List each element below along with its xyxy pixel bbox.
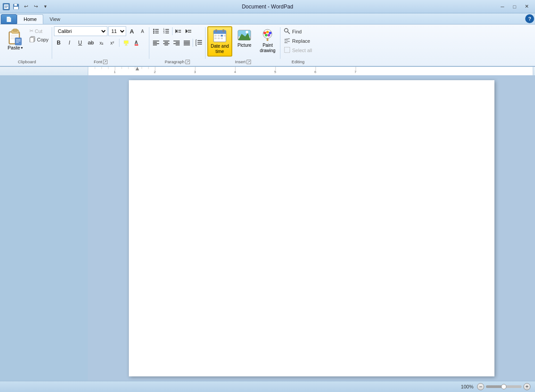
svg-marker-65 (196, 45, 197, 46)
redo-quick-btn[interactable]: ↪ (31, 2, 40, 11)
shrink-font-btn[interactable]: A (138, 26, 148, 36)
title-bar: ↩ ↪ ▾ Document - WordPad ─ □ ✕ (0, 0, 535, 13)
paragraph-content: 1.2.3. (151, 26, 204, 58)
replace-label: Replace (292, 38, 310, 44)
close-btn[interactable]: ✕ (521, 2, 532, 11)
subscript-btn[interactable]: x₂ (97, 38, 107, 48)
align-left-btn[interactable] (151, 38, 161, 48)
decrease-indent-btn[interactable] (173, 26, 183, 36)
tab-view[interactable]: View (43, 14, 66, 24)
replace-button[interactable]: abac Replace (282, 37, 314, 45)
tab-wordpad-menu[interactable]: 📄 (1, 14, 17, 24)
zoom-in-btn[interactable]: + (523, 383, 531, 390)
align-center-btn[interactable] (161, 38, 171, 48)
font-row2: B I U ab x₂ x² A (54, 38, 142, 48)
editing-group: Find abac Replace Select all Editing (280, 25, 316, 66)
font-label: Font ↗ (54, 58, 148, 65)
numbering-btn[interactable]: 1.2.3. (161, 26, 171, 36)
quick-access-dropdown[interactable]: ▾ (41, 2, 50, 11)
zoom-thumb (501, 384, 506, 389)
paragraph-label: Paragraph ↗ (151, 58, 204, 65)
italic-btn[interactable]: I (65, 38, 74, 48)
zoom-percent: 100% (461, 384, 473, 389)
picture-button[interactable]: Picture (233, 26, 255, 49)
status-bar: 100% − + (0, 381, 535, 392)
clipboard-content: Paste ▾ ✂ Cut Copy (4, 26, 50, 58)
copy-button[interactable]: Copy (28, 35, 50, 44)
svg-text:3.: 3. (163, 31, 165, 34)
picture-icon (237, 28, 251, 43)
font-name-selector[interactable]: Calibri (54, 26, 107, 36)
svg-rect-23 (135, 45, 138, 45)
svg-rect-71 (214, 35, 217, 37)
strikethrough-btn[interactable]: ab (86, 38, 96, 48)
svg-line-91 (288, 32, 290, 34)
superscript-btn[interactable]: x² (107, 38, 117, 48)
svg-point-90 (284, 29, 288, 32)
quick-access-toolbar: ↩ ↪ ▾ (12, 2, 50, 11)
svg-text:4: 4 (234, 70, 236, 74)
copy-label: Copy (37, 37, 49, 42)
svg-rect-20 (124, 41, 128, 44)
para-row1: 1.2.3. (151, 26, 193, 36)
svg-marker-63 (196, 40, 196, 45)
title-bar-left: ↩ ↪ ▾ (3, 2, 50, 11)
paragraph-group: 1.2.3. (149, 25, 206, 66)
picture-label: Picture (238, 43, 251, 48)
paint-icon (260, 28, 275, 43)
svg-rect-76 (218, 37, 220, 39)
svg-rect-77 (221, 37, 223, 39)
help-button[interactable]: ? (525, 14, 534, 23)
clipboard-small-btns: ✂ Cut Copy (28, 26, 50, 44)
highlight-btn[interactable] (121, 38, 131, 48)
svg-point-86 (269, 32, 272, 34)
date-time-button[interactable]: Date andtime (207, 26, 233, 57)
font-expand-btn[interactable]: ↗ (103, 60, 107, 64)
svg-point-28 (153, 33, 154, 34)
insert-expand-btn[interactable]: ↗ (247, 60, 251, 64)
bullets-btn[interactable] (151, 26, 161, 36)
justify-btn[interactable] (182, 38, 192, 48)
save-quick-btn[interactable] (12, 2, 21, 11)
svg-point-24 (153, 29, 154, 30)
ruler-inner: 1 2 3 4 5 6 7 (88, 67, 533, 75)
line-spacing-btn[interactable] (194, 38, 204, 48)
paragraph-expand-btn[interactable]: ↗ (185, 60, 190, 64)
find-button[interactable]: Find (282, 27, 314, 36)
undo-quick-btn[interactable]: ↩ (21, 2, 30, 11)
separator3 (193, 39, 193, 47)
paste-button[interactable]: Paste ▾ (4, 26, 27, 52)
document-page[interactable] (129, 80, 494, 376)
clipboard-label: Clipboard (4, 58, 50, 65)
tab-home[interactable]: Home (17, 14, 43, 24)
cut-button[interactable]: ✂ Cut (28, 27, 50, 35)
svg-text:7: 7 (354, 70, 357, 74)
zoom-controls: − + (477, 383, 531, 390)
svg-text:A: A (135, 40, 138, 45)
grow-font-btn[interactable]: A (127, 26, 137, 36)
font-content: Calibri 11 A A B I U ab x₂ x² (54, 26, 148, 58)
align-right-btn[interactable] (172, 38, 181, 48)
minimize-btn[interactable]: ─ (497, 2, 508, 11)
bold-btn[interactable]: B (54, 38, 64, 48)
cut-label: Cut (35, 29, 42, 34)
svg-rect-69 (215, 29, 217, 32)
font-color-btn[interactable]: A (132, 38, 142, 48)
paint-drawing-button[interactable]: Paintdrawing (256, 26, 279, 55)
document-container[interactable] (88, 76, 535, 381)
paste-icon (7, 28, 23, 45)
font-group: Calibri 11 A A B I U ab x₂ x² (52, 25, 149, 66)
svg-text:6: 6 (314, 70, 317, 74)
zoom-out-btn[interactable]: − (477, 383, 484, 390)
select-all-button[interactable]: Select all (282, 46, 314, 55)
svg-rect-70 (222, 29, 224, 32)
svg-rect-14 (15, 38, 21, 45)
increase-indent-btn[interactable] (184, 26, 193, 36)
font-size-selector[interactable]: 11 (108, 26, 126, 36)
underline-btn[interactable]: U (75, 38, 85, 48)
zoom-slider[interactable] (486, 385, 522, 388)
maximize-btn[interactable]: □ (509, 2, 520, 11)
svg-rect-10 (13, 29, 17, 31)
paint-label: Paintdrawing (260, 43, 276, 53)
svg-text:3: 3 (194, 70, 196, 74)
